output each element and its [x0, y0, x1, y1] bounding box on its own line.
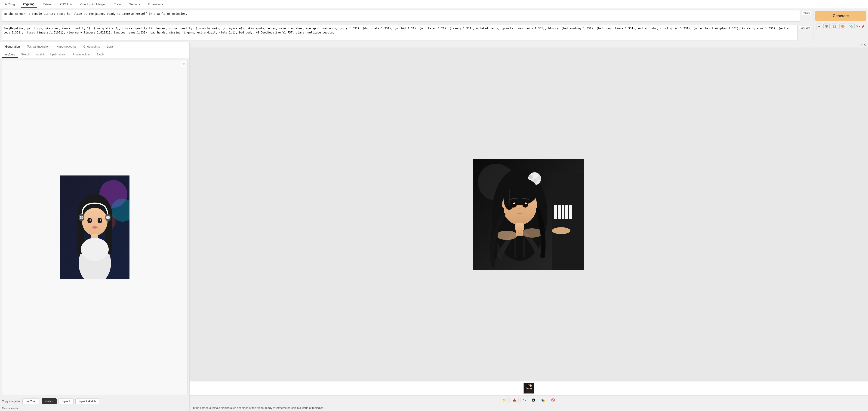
- copy-to-img2img-btn[interactable]: img2img: [23, 398, 40, 404]
- generate-column: Generate ✏ 🗑 📋 🎨 📎 ✕ ▾ 🖌: [813, 9, 868, 42]
- expand-output-btn[interactable]: ⤢: [859, 43, 862, 47]
- negative-prompt-input[interactable]: EasyNegative, paintings, sketches, (wors…: [2, 25, 798, 40]
- svg-point-12: [100, 219, 101, 221]
- svg-point-18: [106, 216, 110, 219]
- output-image: [473, 159, 584, 270]
- nav-extras[interactable]: Extras: [40, 1, 54, 7]
- prompts-column: In the corner, a female pianist takes he…: [0, 9, 813, 42]
- svg-rect-26: [565, 205, 568, 219]
- sub-tab-inpaint[interactable]: Inpaint: [33, 52, 47, 58]
- negative-prompt-row: EasyNegative, paintings, sketches, (wors…: [0, 23, 813, 42]
- svg-point-28: [552, 227, 570, 234]
- copy-to-inpaint-btn[interactable]: inpaint: [59, 398, 73, 404]
- nav-settings[interactable]: Settings: [127, 1, 142, 7]
- svg-point-48: [522, 228, 543, 238]
- generate-button[interactable]: Generate: [815, 11, 866, 21]
- tab-generation[interactable]: Generation: [2, 43, 23, 50]
- svg-point-16: [81, 216, 83, 219]
- tab-lora[interactable]: Lora: [103, 43, 116, 50]
- svg-point-13: [92, 226, 98, 229]
- svg-point-32: [529, 175, 532, 179]
- svg-point-53: [529, 384, 532, 387]
- copy-image-label: Copy image to:: [2, 400, 21, 403]
- tab-checkpoints[interactable]: Checkpoints: [80, 43, 103, 50]
- sub-tabs: img2img Sketch Inpaint Inpaint sketch In…: [0, 50, 189, 58]
- tab-hypernetworks[interactable]: Hypernetworks: [53, 43, 80, 50]
- top-section: In the corner, a female pianist takes he…: [0, 9, 868, 42]
- copy-to-sketch-btn[interactable]: sketch: [42, 398, 57, 404]
- nav-png-info[interactable]: PNG Info: [57, 1, 74, 7]
- nav-checkpoint-merger[interactable]: Checkpoint Merger: [78, 1, 108, 7]
- nav-train[interactable]: Train: [112, 1, 123, 7]
- svg-point-11: [90, 219, 91, 221]
- pencil-button[interactable]: ✏: [816, 24, 822, 29]
- down-ctrl-btn[interactable]: ▾: [859, 25, 860, 28]
- copy-to-inpaint-sketch-btn[interactable]: inpaint sketch: [75, 398, 99, 404]
- prompt-action-toolbar: ✏ 🗑 📋 🎨 📎 ✕ ▾ 🖌: [815, 23, 866, 30]
- svg-point-43: [519, 208, 521, 209]
- output-image-area: [190, 48, 868, 381]
- sub-tab-batch[interactable]: Batch: [94, 52, 106, 58]
- output-caption-text: In the corner, a female pianist takes he…: [192, 406, 324, 410]
- copy-image-to-row: Copy image to: img2img sketch inpaint in…: [0, 397, 189, 406]
- svg-point-20: [81, 238, 109, 261]
- trash-button[interactable]: 🗑: [824, 24, 830, 29]
- svg-rect-22: [552, 173, 584, 270]
- left-column: Generation Textual Inversion Hypernetwor…: [0, 42, 190, 411]
- input-image-placeholder: [60, 175, 129, 279]
- svg-point-41: [513, 203, 515, 204]
- svg-point-35: [533, 179, 537, 183]
- tab-textual-inversion[interactable]: Textual Inversion: [24, 43, 53, 50]
- output-thumbnail[interactable]: [523, 383, 534, 394]
- close-image-btn[interactable]: ✕: [181, 61, 186, 67]
- save-output-btn[interactable]: 📁: [501, 397, 509, 403]
- top-navigation: txt2img img2img Extras PNG Info Checkpoi…: [0, 0, 868, 9]
- output-action-row: 📁 📤 🗂 🖼 🎭 🚫: [190, 395, 868, 405]
- svg-point-42: [525, 203, 527, 204]
- x-ctrl-btn[interactable]: ✕: [856, 25, 858, 28]
- negative-prompt-wrap: EasyNegative, paintings, sketches, (wors…: [0, 23, 813, 42]
- negative-prompt-counter: 135/150: [799, 26, 811, 30]
- close-output-btn[interactable]: ✕: [863, 43, 866, 47]
- brush-icon[interactable]: 🖌: [862, 24, 865, 28]
- svg-rect-25: [562, 205, 564, 219]
- style-output-btn[interactable]: 🎭: [539, 397, 547, 403]
- main-tabs: Generation Textual Inversion Hypernetwor…: [0, 42, 189, 50]
- nav-txt2img[interactable]: txt2img: [3, 1, 17, 7]
- nav-extensions[interactable]: Extensions: [146, 1, 165, 7]
- svg-rect-27: [569, 205, 572, 219]
- extra-button[interactable]: 📎: [848, 24, 855, 29]
- sub-tab-sketch[interactable]: Sketch: [18, 52, 32, 58]
- x-down-ctrl: ✕ ▾: [856, 25, 860, 28]
- sub-tab-inpaint-sketch[interactable]: Inpaint sketch: [47, 52, 70, 58]
- sub-tab-img2img[interactable]: img2img: [2, 52, 18, 58]
- cancel-output-btn[interactable]: 🚫: [549, 397, 557, 403]
- output-caption: In the corner, a female pianist takes he…: [190, 405, 868, 411]
- bottom-section: Generation Textual Inversion Hypernetwor…: [0, 42, 868, 411]
- image-output-btn[interactable]: 🖼: [530, 397, 537, 403]
- style-button[interactable]: 🎨: [839, 24, 846, 29]
- output-header: ⤢ ✕: [190, 42, 868, 48]
- resize-mode-label: Resize mode: [2, 407, 18, 410]
- sub-tab-inpaint-upload[interactable]: Inpaint upload: [70, 52, 93, 58]
- send-output-btn[interactable]: 📤: [510, 397, 519, 403]
- svg-point-47: [496, 231, 517, 240]
- positive-prompt-counter: 24/75: [802, 11, 811, 15]
- svg-rect-24: [558, 205, 561, 219]
- positive-prompt-input[interactable]: In the corner, a female pianist takes he…: [2, 10, 800, 22]
- svg-point-8: [82, 208, 107, 236]
- right-column: ⤢ ✕: [190, 42, 868, 411]
- thumbnail-row: [190, 381, 868, 395]
- resize-mode-row: Resize mode: [0, 406, 189, 411]
- svg-rect-23: [554, 205, 557, 219]
- positive-prompt-row: In the corner, a female pianist takes he…: [0, 9, 813, 23]
- svg-point-34: [537, 176, 541, 180]
- nav-img2img[interactable]: img2img: [21, 1, 37, 8]
- image-upload-canvas[interactable]: ✕: [2, 60, 188, 395]
- folder-output-btn[interactable]: 🗂: [521, 397, 528, 403]
- copy-button[interactable]: 📋: [831, 24, 838, 29]
